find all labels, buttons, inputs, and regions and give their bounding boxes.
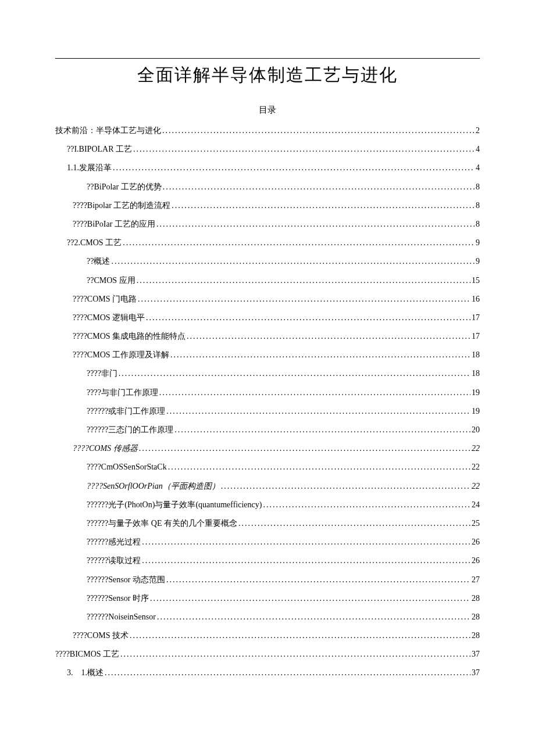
toc-entry-page: 4 — [476, 159, 480, 177]
toc-dots — [166, 402, 470, 421]
toc-entry[interactable]: ????CMOS 集成电路的性能特点17 — [55, 327, 480, 346]
toc-dots — [174, 421, 470, 439]
toc-entry-label: ??BiPolar 工艺的优势 — [87, 178, 162, 196]
toc-entry[interactable]: ????COMS 门电路16 — [55, 290, 480, 309]
toc-entry-label: ??????NoiseinSensor — [87, 608, 156, 626]
toc-entry[interactable]: ??CMOS 应用15 — [55, 271, 480, 290]
toc-dots — [133, 140, 475, 159]
toc-entry-label: ????CMOS 工作原理及详解 — [73, 346, 169, 364]
toc-entry-label: ??????三态门的工作原理 — [87, 421, 173, 439]
toc-dots — [162, 121, 475, 140]
toc-entry-label: ??CMOS 应用 — [87, 271, 135, 290]
toc-entry-label: ??????读取过程 — [87, 551, 141, 570]
toc-entry[interactable]: ????非门18 — [55, 364, 480, 383]
toc-entry-label: ????BICMOS 工艺 — [55, 645, 119, 664]
toc-entry-label: ??I.BIPOLAR 工艺 — [67, 140, 132, 159]
toc-entry-page: 8 — [476, 178, 480, 196]
toc-dots — [142, 533, 470, 551]
toc-entry-label: ??????感光过程 — [87, 533, 141, 551]
toc-entry-page: 22 — [472, 458, 480, 476]
toc-entry-page: 17 — [472, 309, 480, 327]
toc-entry-page: 37 — [472, 664, 480, 682]
toc-entry[interactable]: ????CmOSSenSorStaCk22 — [55, 458, 480, 476]
toc-entry[interactable]: ??概述9 — [55, 252, 480, 271]
toc-entry[interactable]: ??????三态门的工作原理20 — [55, 421, 480, 439]
toc-entry-label: ????COMS 传感器 — [73, 439, 138, 458]
toc-entry[interactable]: ??????与量子效率 QE 有关的几个重要概念25 — [55, 514, 480, 533]
toc-entry[interactable]: ??????光子(PhotOn)与量子效率(quantumefficiency)… — [55, 496, 480, 514]
toc-dots — [146, 309, 470, 327]
toc-entry[interactable]: ????与非门工作原理19 — [55, 384, 480, 402]
toc-entry-page: 24 — [472, 496, 480, 514]
toc-entry[interactable]: ??????或非门工作原理19 — [55, 402, 480, 421]
toc-dots — [123, 234, 475, 252]
toc-entry-page: 8 — [476, 215, 480, 234]
toc-entry[interactable]: 技术前沿：半导体工艺与进化2 — [55, 121, 480, 140]
toc-entry-page: 28 — [472, 608, 480, 626]
toc-entry-label: ??概述 — [87, 252, 110, 271]
toc-entry-page: 27 — [472, 571, 480, 589]
toc-entry[interactable]: ??????NoiseinSensor28 — [55, 608, 480, 626]
toc-entry-label: 1.1.发展沿革 — [67, 159, 112, 177]
toc-entry[interactable]: ????BICMOS 工艺37 — [55, 645, 480, 664]
toc-entry-label: ??????Sensor 时序 — [87, 589, 149, 608]
toc-entry[interactable]: ??????读取过程26 — [55, 551, 480, 570]
toc-entry[interactable]: ????Bipolar 工艺的制造流程8 — [55, 196, 480, 215]
toc-entry-label: ????非门 — [87, 364, 117, 383]
toc-entry[interactable]: 1.1.发展沿革4 — [55, 159, 480, 177]
toc-entry-page: 4 — [476, 140, 480, 159]
toc-entry-label: ??????光子(PhotOn)与量子效率(quantumefficiency) — [87, 496, 262, 514]
toc-entry-page: 28 — [472, 589, 480, 608]
toc-dots — [170, 346, 470, 364]
toc-entry[interactable]: ????COMS 技术28 — [55, 626, 480, 645]
toc-dots — [168, 458, 470, 476]
toc-dots — [139, 439, 470, 458]
toc-entry-page: 18 — [472, 346, 480, 364]
toc-dots — [105, 664, 470, 682]
toc-entry-page: 9 — [476, 234, 480, 252]
toc-entry-page: 8 — [476, 196, 480, 215]
toc-entry-label: ??????Sensor 动态范围 — [87, 571, 165, 589]
toc-entry-page: 26 — [472, 551, 480, 570]
toc-entry[interactable]: ??I.BIPOLAR 工艺4 — [55, 140, 480, 159]
toc-entry[interactable]: ??2.CMOS 工艺9 — [55, 234, 480, 252]
toc-entry[interactable]: ????SenSOrflOOrPian（平面构造图）22 — [55, 477, 480, 496]
toc-dots — [156, 215, 475, 234]
toc-dots — [163, 178, 475, 196]
toc-entry-page: 20 — [472, 421, 480, 439]
toc-entry[interactable]: ????COMS 传感器22 — [55, 439, 480, 458]
toc-entry[interactable]: ????BiPoIar 工艺的应用8 — [55, 215, 480, 234]
toc-dots — [263, 496, 470, 514]
toc-entry-page: 26 — [472, 533, 480, 551]
toc-entry-label: ??????与量子效率 QE 有关的几个重要概念 — [87, 514, 237, 533]
toc-dots — [137, 271, 470, 290]
toc-entry[interactable]: ??????Sensor 动态范围27 — [55, 571, 480, 589]
toc-entry[interactable]: 3. 1.概述37 — [55, 664, 480, 682]
toc-dots — [172, 196, 475, 215]
toc-entry-page: 16 — [472, 290, 480, 309]
toc-dots — [150, 589, 470, 608]
top-rule — [55, 58, 480, 59]
toc-entry-page: 19 — [472, 402, 480, 421]
toc-entry-label: 3. 1.概述 — [67, 664, 104, 682]
toc-entry[interactable]: ??BiPolar 工艺的优势8 — [55, 178, 480, 196]
toc-entry-page: 19 — [472, 384, 480, 402]
toc-entry[interactable]: ??????Sensor 时序28 — [55, 589, 480, 608]
toc-entry[interactable]: ????CMOS 逻辑电平17 — [55, 309, 480, 327]
table-of-contents: 技术前沿：半导体工艺与进化2??I.BIPOLAR 工艺41.1.发展沿革4??… — [55, 121, 480, 683]
toc-dots — [111, 252, 475, 271]
toc-entry-page: 22 — [472, 477, 480, 496]
toc-entry-page: 28 — [472, 626, 480, 645]
toc-entry-label: ????CMOS 集成电路的性能特点 — [73, 327, 186, 346]
toc-entry-page: 15 — [472, 271, 480, 290]
toc-entry-label: ????COMS 门电路 — [73, 290, 137, 309]
toc-entry-label: ??2.CMOS 工艺 — [67, 234, 122, 252]
toc-dots — [157, 608, 470, 626]
toc-entry-page: 2 — [476, 121, 480, 140]
toc-dots — [113, 159, 475, 177]
toc-entry-label: ????与非门工作原理 — [87, 384, 158, 402]
toc-entry-label: ????COMS 技术 — [73, 626, 129, 645]
toc-entry-page: 9 — [476, 252, 480, 271]
toc-entry[interactable]: ??????感光过程26 — [55, 533, 480, 551]
toc-entry[interactable]: ????CMOS 工作原理及详解18 — [55, 346, 480, 364]
